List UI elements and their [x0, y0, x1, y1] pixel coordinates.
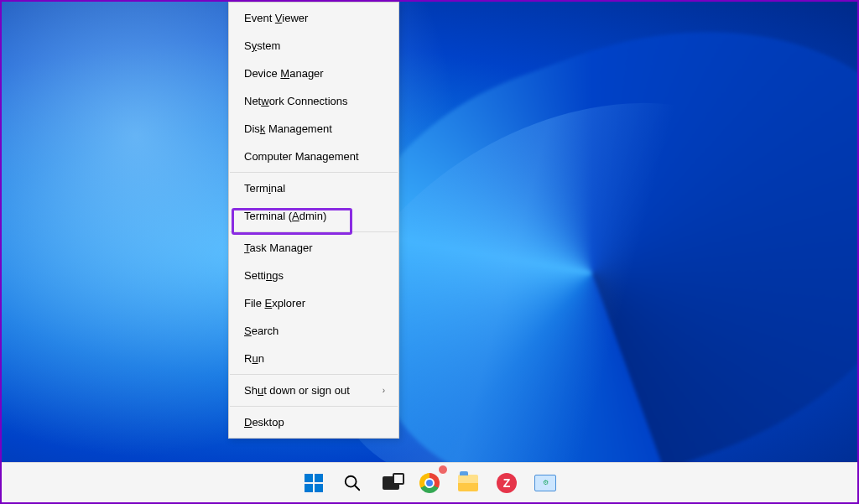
menu-separator	[230, 374, 398, 375]
menu-item-label: Computer Management	[244, 150, 359, 163]
menu-item-label: Terminal	[244, 182, 285, 195]
svg-rect-2	[315, 474, 323, 482]
menu-item-desktop[interactable]: Desktop	[229, 408, 398, 436]
chrome-taskbar-button[interactable]	[413, 466, 446, 500]
task-view-button[interactable]	[374, 466, 408, 500]
menu-item-search[interactable]: Search	[229, 317, 398, 345]
windows-logo-icon	[304, 473, 324, 493]
menu-item-system[interactable]: System	[229, 32, 398, 60]
menu-separator	[230, 231, 398, 232]
taskbar-search-button[interactable]	[336, 466, 369, 500]
menu-item-label: Disk Management	[244, 122, 332, 135]
menu-item-label: Device Manager	[244, 67, 324, 80]
taskbar: Z ⚙	[2, 462, 857, 502]
task-view-icon	[383, 476, 399, 490]
menu-item-label: File Explorer	[244, 297, 305, 309]
search-icon	[343, 474, 362, 492]
menu-item-file-explorer[interactable]: File Explorer	[229, 289, 398, 317]
menu-item-terminal-admin[interactable]: Terminal (Admin)	[229, 202, 398, 230]
menu-item-shut-down-or-sign-out[interactable]: Shut down or sign out›	[229, 377, 398, 404]
menu-separator	[230, 172, 398, 173]
svg-rect-3	[305, 484, 313, 492]
desktop-wallpaper	[2, 2, 857, 502]
control-panel-taskbar-button[interactable]: ⚙	[528, 466, 562, 500]
chrome-profile-badge	[438, 465, 448, 475]
menu-item-label: Search	[244, 325, 279, 337]
winx-context-menu: Event ViewerSystemDevice ManagerNetwork …	[228, 2, 399, 439]
start-button[interactable]	[297, 466, 331, 500]
menu-item-label: Task Manager	[244, 242, 313, 254]
menu-item-run[interactable]: Run	[229, 345, 398, 372]
svg-line-6	[355, 485, 360, 490]
menu-separator	[230, 406, 398, 407]
menu-item-network-connections[interactable]: Network Connections	[229, 87, 398, 115]
menu-item-label: Event Viewer	[244, 12, 308, 24]
menu-item-computer-management[interactable]: Computer Management	[229, 143, 398, 170]
menu-item-settings[interactable]: Settings	[229, 262, 398, 289]
menu-item-label: Desktop	[244, 416, 284, 429]
menu-item-label: Terminal (Admin)	[244, 210, 326, 222]
zoho-icon: Z	[497, 473, 517, 493]
menu-item-terminal[interactable]: Terminal	[229, 174, 398, 202]
folder-icon	[458, 475, 478, 491]
menu-item-label: System	[244, 39, 280, 52]
menu-item-label: Shut down or sign out	[244, 384, 350, 397]
menu-item-label: Run	[244, 352, 264, 365]
menu-item-event-viewer[interactable]: Event Viewer	[229, 4, 398, 32]
zoho-taskbar-button[interactable]: Z	[490, 466, 523, 500]
file-explorer-taskbar-button[interactable]	[451, 466, 485, 500]
menu-item-device-manager[interactable]: Device Manager	[229, 60, 398, 87]
svg-rect-4	[315, 484, 323, 492]
menu-item-task-manager[interactable]: Task Manager	[229, 234, 398, 262]
menu-item-label: Network Connections	[244, 95, 348, 107]
control-panel-icon: ⚙	[534, 475, 556, 491]
menu-item-disk-management[interactable]: Disk Management	[229, 115, 398, 143]
chevron-right-icon: ›	[383, 386, 385, 395]
chrome-icon	[419, 473, 440, 493]
menu-item-label: Settings	[244, 269, 284, 282]
svg-rect-1	[305, 474, 313, 482]
